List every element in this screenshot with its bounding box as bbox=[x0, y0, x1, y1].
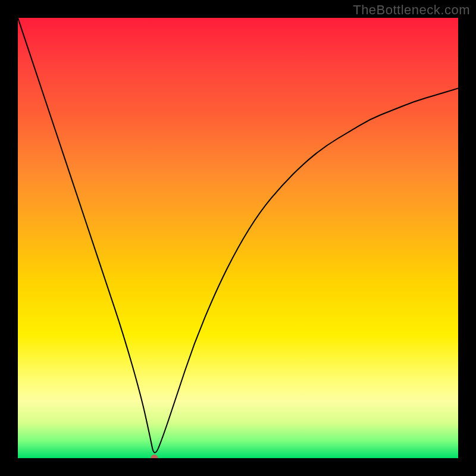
bottleneck-curve bbox=[18, 18, 458, 453]
optimal-point-marker bbox=[151, 455, 158, 458]
bottleneck-curve-svg bbox=[18, 18, 458, 458]
chart-canvas: TheBottleneck.com bbox=[0, 0, 476, 476]
watermark-text: TheBottleneck.com bbox=[353, 2, 470, 18]
plot-area bbox=[18, 18, 458, 458]
